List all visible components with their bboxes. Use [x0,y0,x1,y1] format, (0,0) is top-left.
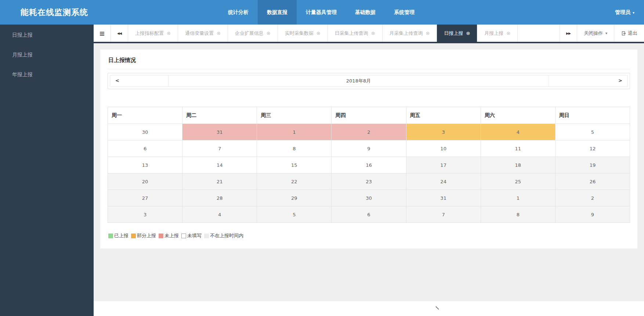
calendar-day-cell[interactable]: 15 [257,157,332,173]
calendar-day-cell[interactable]: 30 [332,190,406,206]
tab-close-icon[interactable]: ⊗ [371,30,375,36]
legend-swatch [131,234,136,238]
calendar-day-cell[interactable]: 11 [481,140,555,157]
weekday-header: 周四 [332,107,406,124]
logout-label: 退出 [628,30,637,37]
calendar-day-cell[interactable]: 9 [555,206,630,223]
topnav-item[interactable]: 系统管理 [385,0,424,25]
tab-item[interactable]: 月报上报⊗ [477,25,518,42]
calendar-day-cell[interactable]: 1 [257,124,332,140]
scroll-tabs-left-button[interactable]: ◀◀ [111,25,128,42]
calendar-day-cell[interactable]: 29 [257,190,332,206]
legend-swatch [108,234,113,238]
calendar-day-cell[interactable]: 31 [406,190,481,206]
tab-close-icon[interactable]: ⊗ [506,30,510,36]
scroll-tabs-right-button[interactable]: ▶▶ [560,25,577,42]
calendar-day-cell[interactable]: 17 [406,157,481,173]
tab-close-icon[interactable]: ⊗ [316,30,321,36]
calendar-day-cell[interactable]: 2 [332,124,406,140]
calendar-day-cell[interactable]: 13 [108,157,182,173]
tab-label: 上报指标配置 [135,30,164,37]
daily-report-panel: 日上报情况 < 2018年8月 > 周一周二周三周四周五周六周日 3031123… [100,49,637,249]
calendar-day-cell[interactable]: 5 [257,206,332,223]
calendar-day-cell[interactable]: 23 [332,173,406,190]
next-month-button[interactable]: > [549,76,627,87]
calendar-day-cell[interactable]: 27 [108,190,182,206]
calendar-day-cell[interactable]: 24 [406,173,481,190]
calendar-day-cell[interactable]: 7 [406,206,481,223]
calendar-day-cell[interactable]: 3 [406,124,481,140]
calendar-day-cell[interactable]: 26 [555,173,630,190]
calendar-day-cell[interactable]: 10 [406,140,481,157]
tab-close-icon[interactable]: ⊗ [466,30,470,36]
tab-close-icon[interactable]: ⊗ [217,30,221,36]
calendar-weekday-row: 周一周二周三周四周五周六周日 [108,107,630,124]
weekday-header: 周二 [182,107,257,124]
topnav-item[interactable]: 基础数据 [346,0,385,25]
tab-item[interactable]: 通信变量设置⊗ [178,25,228,42]
tab-close-icon[interactable]: ⊗ [426,30,430,36]
calendar-day-cell[interactable]: 2 [555,190,630,206]
sidebar-item[interactable]: 年报上报 [0,65,94,84]
calendar-day-cell[interactable]: 16 [332,157,406,173]
calendar-week-row: 6789101112 [108,140,630,157]
calendar-day-cell[interactable]: 19 [555,157,630,173]
tab-item[interactable]: 月采集上传查询⊗ [383,25,437,42]
weekday-header: 周日 [555,107,630,124]
close-actions-dropdown[interactable]: 关闭操作▾ [577,25,614,42]
calendar-day-cell[interactable]: 5 [555,124,630,140]
logout-icon [621,31,626,36]
topnav-item[interactable]: 统计分析 [219,0,258,25]
calendar-day-cell[interactable]: 7 [182,140,257,157]
tab-close-icon[interactable]: ⊗ [267,30,271,36]
tab-item[interactable]: 日采集上传查询⊗ [328,25,383,42]
calendar-day-cell[interactable]: 4 [182,206,257,223]
calendar-day-cell[interactable]: 31 [182,124,257,140]
logout-button[interactable]: 退出 [614,25,644,42]
calendar-day-cell[interactable]: 1 [481,190,555,206]
calendar-day-cell[interactable]: 12 [555,140,630,157]
user-name: 管理员 [615,9,630,15]
calendar-day-cell[interactable]: 14 [182,157,257,173]
prev-month-button[interactable]: < [110,76,169,87]
calendar-day-cell[interactable]: 28 [182,190,257,206]
calendar-day-cell[interactable]: 6 [332,206,406,223]
calendar-day-cell[interactable]: 22 [257,173,332,190]
close-actions-label: 关闭操作 [584,30,603,37]
tab-label: 日报上报 [444,30,463,37]
tab-label: 日采集上传查询 [335,30,368,37]
calendar-day-cell[interactable]: 8 [257,140,332,157]
tab-close-icon[interactable]: ⊗ [167,30,171,36]
calendar-toolbar: < 2018年8月 > [108,73,630,89]
user-menu[interactable]: 管理员▾ [615,0,634,25]
calendar-day-cell[interactable]: 6 [108,140,182,157]
calendar-day-cell[interactable]: 20 [108,173,182,190]
tab-item[interactable]: 上报指标配置⊗ [128,25,178,42]
mouse-cursor [435,306,441,311]
toggle-sidebar-button[interactable]: ≡ [94,25,111,42]
calendar-week-row: 303112345 [108,124,630,140]
calendar-day-cell[interactable]: 9 [332,140,406,157]
topnav-item[interactable]: 计量器具管理 [297,0,346,25]
sidebar-item[interactable]: 日报上报 [0,25,94,45]
calendar-day-cell[interactable]: 4 [481,124,555,140]
topnav-item[interactable]: 数据直报 [258,0,297,25]
panel-title: 日上报情况 [108,56,630,69]
double-right-icon: ▶▶ [566,32,571,35]
legend-item: 不在上报时间内 [204,232,243,239]
calendar-day-cell[interactable]: 18 [481,157,555,173]
tab-item[interactable]: 日报上报⊗ [437,25,477,42]
tab-item[interactable]: 实时采集数据⊗ [278,25,328,42]
calendar-day-cell[interactable]: 21 [182,173,257,190]
tab-bar: ≡ ◀◀ 上报指标配置⊗通信变量设置⊗企业扩展信息⊗实时采集数据⊗日采集上传查询… [94,25,644,43]
tab-item[interactable]: 企业扩展信息⊗ [228,25,278,42]
calendar-day-cell[interactable]: 3 [108,206,182,223]
calendar-day-cell[interactable]: 25 [481,173,555,190]
legend-item: 部分上报 [131,232,156,239]
sidebar-item[interactable]: 月报上报 [0,45,94,65]
calendar-day-cell[interactable]: 30 [108,124,182,140]
calendar-day-cell[interactable]: 8 [481,206,555,223]
calendar-week-row: 3456789 [108,206,630,223]
legend-label: 已上报 [114,232,129,239]
tab-label: 月报上报 [484,30,503,37]
